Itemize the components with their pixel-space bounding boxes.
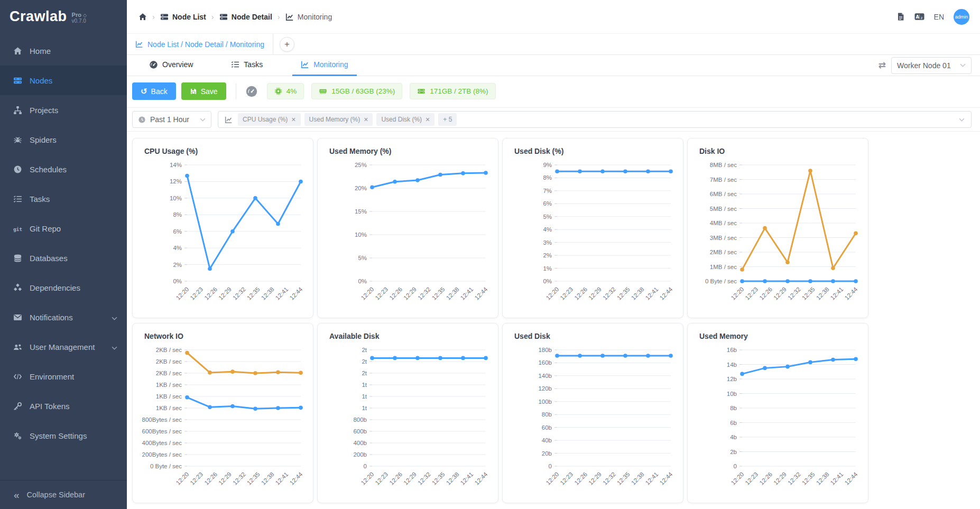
close-icon[interactable]: × (364, 116, 368, 123)
svg-text:2t: 2t (362, 347, 367, 353)
metric-tag-used-disk: Used Disk (%) × (376, 113, 434, 126)
sidebar-item-schedules[interactable]: Schedules (0, 154, 127, 184)
svg-text:12:26: 12:26 (758, 471, 773, 486)
sidebar-item-notifications[interactable]: Notifications (0, 302, 127, 332)
svg-text:5%: 5% (358, 255, 367, 261)
collapse-sidebar-label: Collapse Sidebar (27, 491, 85, 499)
sidebar-item-nodes[interactable]: Nodes (0, 66, 127, 95)
app-root: Crawlab Pro ◇ v0.7.0 Home Nodes Projects (0, 0, 980, 509)
svg-text:12:20: 12:20 (730, 471, 745, 486)
svg-text:3%: 3% (543, 239, 552, 246)
svg-text:12:29: 12:29 (402, 471, 418, 486)
save-button[interactable]: Save (181, 82, 226, 100)
svg-text:12:44: 12:44 (474, 286, 489, 301)
svg-text:12:29: 12:29 (217, 471, 233, 486)
chart-title: Used Memory (%) (318, 147, 498, 155)
svg-text:A: A (916, 14, 919, 20)
svg-text:0: 0 (734, 463, 737, 469)
svg-text:12:29: 12:29 (772, 471, 788, 486)
breadcrumb-monitoring[interactable]: Monitoring (285, 13, 332, 21)
chart-canvas: 14%12%10%8%6%4%2%0%12:2012:2312:2612:291… (133, 158, 313, 314)
svg-text:10b: 10b (727, 391, 737, 397)
sitemap-icon (13, 106, 22, 115)
page-tab-monitoring[interactable]: Node List / Node Detail / Monitoring (127, 34, 273, 55)
breadcrumb-node-list[interactable]: Node List (160, 13, 206, 21)
checklist-icon (13, 195, 22, 203)
svg-text:6b: 6b (730, 420, 737, 426)
svg-text:1MB / sec: 1MB / sec (710, 264, 737, 270)
home-icon (13, 47, 22, 55)
svg-text:2b: 2b (730, 449, 737, 455)
sidebar-item-git-repo[interactable]: git Git Repo (0, 214, 127, 243)
sidebar-item-user-management[interactable]: User Management (0, 332, 127, 362)
avatar[interactable]: admin (954, 9, 969, 25)
svg-text:12:32: 12:32 (417, 471, 432, 486)
app-name: Crawlab (10, 10, 67, 24)
svg-text:12:41: 12:41 (644, 286, 660, 301)
time-range-value: Past 1 Hour (150, 115, 189, 124)
svg-text:12:26: 12:26 (203, 471, 218, 486)
sidebar-item-tasks[interactable]: Tasks (0, 184, 127, 214)
svg-text:12:44: 12:44 (289, 286, 304, 301)
collapse-sidebar-button[interactable]: « Collapse Sidebar (0, 480, 127, 509)
svg-text:12:44: 12:44 (474, 471, 489, 486)
language-label[interactable]: EN (934, 13, 944, 21)
svg-text:12:41: 12:41 (644, 471, 660, 486)
sidebar-item-system-settings[interactable]: System Settings (0, 421, 127, 450)
sidebar-item-label: Projects (30, 106, 58, 115)
node-select[interactable]: Worker Node 01 (891, 57, 972, 74)
detail-tabs: Overview Tasks Monitoring ⇄ Worker Node … (127, 55, 980, 76)
metrics-multiselect[interactable]: CPU Usage (%) × Used Memory (%) × Used D… (218, 111, 972, 128)
resource-badges: 4% 15GB / 63GB (23%) 171GB / 2TB (8%) (267, 83, 496, 99)
breadcrumb-home[interactable] (138, 13, 147, 21)
add-tab-button[interactable]: + (280, 37, 294, 52)
chart-title: Used Disk (%) (503, 147, 683, 155)
sidebar-item-label: Schedules (30, 165, 67, 174)
gauge-icon (246, 86, 257, 97)
sidebar-item-dependencies[interactable]: Dependencies (0, 273, 127, 302)
svg-text:6%: 6% (543, 200, 552, 207)
svg-text:12b: 12b (727, 376, 737, 382)
tab-monitoring[interactable]: Monitoring (292, 55, 356, 76)
tab-overview[interactable]: Overview (141, 55, 201, 76)
svg-text:12:38: 12:38 (815, 286, 830, 301)
chart-icon (225, 116, 233, 124)
document-icon[interactable] (896, 12, 905, 21)
chart-card-disk-io: Disk IO 8MB / sec7MB / sec6MB / sec5MB /… (687, 138, 868, 318)
close-icon[interactable]: × (291, 116, 295, 123)
close-icon[interactable]: × (426, 116, 430, 123)
svg-text:12:41: 12:41 (459, 471, 475, 486)
translate-icon[interactable]: Az (914, 12, 924, 21)
sidebar-item-label: Dependencies (30, 283, 80, 292)
sidebar-item-api-tokens[interactable]: API Tokens (0, 391, 127, 421)
tab-tasks[interactable]: Tasks (223, 55, 271, 76)
svg-text:12:38: 12:38 (815, 471, 830, 486)
breadcrumb: › Node List › Node Detail › Monitoring (138, 12, 332, 21)
svg-text:2KB / sec: 2KB / sec (156, 370, 182, 376)
memory-usage-badge: 15GB / 63GB (23%) (311, 83, 402, 99)
sidebar-item-environment[interactable]: Environment (0, 362, 127, 391)
svg-text:12:35: 12:35 (801, 286, 816, 301)
sidebar-item-projects[interactable]: Projects (0, 95, 127, 125)
svg-text:4b: 4b (730, 434, 737, 440)
svg-text:12:26: 12:26 (203, 286, 218, 301)
breadcrumb-node-detail[interactable]: Node Detail (219, 13, 272, 21)
svg-text:12:20: 12:20 (730, 286, 745, 301)
svg-text:7MB / sec: 7MB / sec (710, 177, 737, 183)
time-range-select[interactable]: Past 1 Hour (132, 111, 211, 128)
svg-text:12:35: 12:35 (801, 471, 816, 486)
svg-text:12:35: 12:35 (616, 471, 631, 486)
sidebar-item-home[interactable]: Home (0, 36, 127, 66)
svg-text:100b: 100b (538, 399, 552, 405)
sidebar-item-label: User Management (30, 343, 95, 351)
svg-text:4%: 4% (173, 245, 182, 251)
svg-text:12:32: 12:32 (602, 471, 617, 486)
swap-icon[interactable]: ⇄ (879, 60, 886, 71)
chart-title: Available Disk (318, 332, 498, 340)
svg-text:15%: 15% (355, 208, 367, 215)
main-area: › Node List › Node Detail › Monitoring (127, 0, 980, 509)
sidebar-item-databases[interactable]: Databases (0, 243, 127, 273)
sidebar-item-spiders[interactable]: Spiders (0, 125, 127, 154)
back-button[interactable]: ↺ Back (132, 82, 176, 100)
chart-card-used-disk-pct: Used Disk (%) 9%8%7%6%5%4%3%2%1%0%12:201… (502, 138, 683, 318)
